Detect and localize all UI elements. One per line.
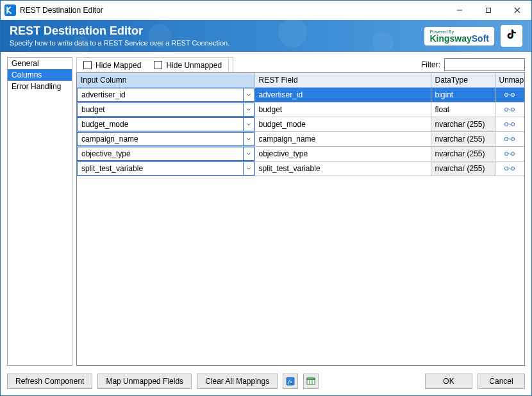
filter-group: Filter: bbox=[421, 58, 525, 71]
rest-field-value: budget_mode bbox=[255, 119, 431, 130]
table-row[interactable]: budget_modebudget_modenvarchar (255) bbox=[77, 117, 524, 131]
input-column-combobox[interactable]: objective_type bbox=[77, 147, 254, 161]
maximize-icon bbox=[485, 7, 492, 13]
kingswaysoft-badge: Powered By KingswaySoft bbox=[424, 27, 494, 45]
input-column-combobox[interactable]: split_test_variable bbox=[77, 161, 254, 176]
datatype-value: bigint bbox=[431, 89, 495, 101]
combo-dropdown-button[interactable] bbox=[243, 161, 254, 176]
unmap-icon bbox=[503, 120, 516, 128]
grid-empty-area bbox=[77, 176, 524, 366]
input-column-combobox[interactable]: campaign_name bbox=[77, 132, 254, 146]
svg-point-8 bbox=[505, 138, 508, 141]
input-column-value: budget_mode bbox=[77, 117, 243, 131]
svg-rect-19 bbox=[307, 378, 315, 380]
window-frame: REST Destination Editor REST Destination… bbox=[0, 0, 532, 396]
expression-button[interactable]: fx bbox=[283, 374, 298, 389]
datatype-value: nvarchar (255) bbox=[431, 163, 495, 174]
datatype-value: nvarchar (255) bbox=[431, 119, 495, 130]
unmap-icon bbox=[503, 165, 516, 172]
refresh-component-button[interactable]: Refresh Component bbox=[7, 374, 92, 389]
unmap-button[interactable] bbox=[495, 87, 524, 102]
sidebar-item-columns[interactable]: Columns bbox=[8, 69, 72, 81]
hide-unmapped-checkbox[interactable]: Hide Unmapped bbox=[147, 58, 228, 72]
chevron-down-icon bbox=[246, 136, 251, 142]
svg-point-10 bbox=[505, 153, 508, 156]
close-icon bbox=[514, 7, 520, 13]
combo-dropdown-button[interactable] bbox=[243, 88, 254, 102]
table-row[interactable]: advertiser_idadvertiser_idbigint bbox=[77, 87, 524, 102]
window-controls bbox=[445, 1, 531, 20]
titlebar: REST Destination Editor bbox=[1, 1, 531, 20]
tiktok-icon bbox=[504, 29, 519, 43]
chevron-down-icon bbox=[246, 151, 251, 156]
combo-dropdown-button[interactable] bbox=[243, 117, 254, 131]
fx-icon: fx bbox=[286, 377, 295, 386]
sidebar-item-general[interactable]: General bbox=[8, 58, 72, 69]
checkbox-icon bbox=[154, 61, 162, 69]
sidebar: General Columns Error Handling bbox=[7, 57, 72, 366]
input-column-value: campaign_name bbox=[77, 132, 243, 146]
table-row[interactable]: campaign_namecampaign_namenvarchar (255) bbox=[77, 131, 524, 146]
unmap-button[interactable] bbox=[495, 146, 524, 161]
close-button[interactable] bbox=[503, 1, 531, 20]
window-title: REST Destination Editor bbox=[20, 6, 103, 15]
hide-mapped-label: Hide Mapped bbox=[96, 61, 141, 70]
content-row: General Columns Error Handling Hide Mapp… bbox=[7, 57, 525, 366]
column-picker-button[interactable] bbox=[303, 374, 319, 389]
rest-field-value: split_test_variable bbox=[255, 163, 431, 174]
table-row[interactable]: budgetbudgetfloat bbox=[77, 102, 524, 117]
filter-input[interactable] bbox=[444, 58, 525, 71]
minimize-button[interactable] bbox=[445, 1, 474, 20]
sidebar-item-error-handling[interactable]: Error Handling bbox=[8, 81, 72, 92]
filter-label: Filter: bbox=[421, 60, 440, 69]
main-pane: Hide Mapped Hide Unmapped Filter: bbox=[76, 57, 525, 366]
unmap-icon bbox=[503, 91, 516, 99]
map-unmapped-fields-button[interactable]: Map Unmapped Fields bbox=[97, 374, 192, 389]
datatype-value: nvarchar (255) bbox=[431, 148, 495, 160]
hide-mapped-checkbox[interactable]: Hide Mapped bbox=[77, 58, 147, 72]
footer-row: Refresh Component Map Unmapped Fields Cl… bbox=[7, 371, 525, 389]
combo-dropdown-button[interactable] bbox=[243, 132, 254, 146]
input-column-combobox[interactable]: budget bbox=[77, 103, 254, 117]
unmap-button[interactable] bbox=[495, 117, 524, 131]
mapping-toolbar: Hide Mapped Hide Unmapped Filter: bbox=[76, 57, 525, 72]
brand-name: KingswaySoft bbox=[429, 34, 489, 43]
datatype-value: float bbox=[431, 104, 495, 115]
col-header-rest[interactable]: REST Field bbox=[254, 73, 431, 87]
maximize-button[interactable] bbox=[474, 1, 503, 20]
hide-unmapped-label: Hide Unmapped bbox=[166, 61, 222, 70]
minimize-icon bbox=[456, 7, 463, 13]
col-header-input[interactable]: Input Column bbox=[77, 73, 254, 87]
cancel-button[interactable]: Cancel bbox=[478, 374, 525, 389]
col-header-datatype[interactable]: DataType bbox=[431, 73, 495, 87]
svg-point-3 bbox=[511, 94, 515, 97]
unmap-button[interactable] bbox=[495, 102, 524, 117]
unmap-button[interactable] bbox=[495, 161, 524, 176]
unmap-button[interactable] bbox=[495, 131, 524, 146]
svg-point-13 bbox=[511, 167, 515, 170]
table-row[interactable]: objective_typeobjective_typenvarchar (25… bbox=[77, 146, 524, 161]
col-header-unmap[interactable]: Unmap bbox=[495, 73, 524, 87]
svg-point-2 bbox=[505, 94, 508, 97]
datatype-value: nvarchar (255) bbox=[431, 133, 495, 145]
svg-point-4 bbox=[505, 108, 508, 111]
body-area: General Columns Error Handling Hide Mapp… bbox=[1, 52, 531, 395]
svg-point-11 bbox=[511, 153, 515, 156]
input-column-value: split_test_variable bbox=[77, 161, 243, 176]
input-column-value: objective_type bbox=[77, 147, 243, 161]
unmap-icon bbox=[503, 106, 516, 113]
table-row[interactable]: split_test_variablesplit_test_variablenv… bbox=[77, 161, 524, 176]
combo-dropdown-button[interactable] bbox=[243, 147, 254, 161]
clear-all-mappings-button[interactable]: Clear All Mappings bbox=[197, 374, 278, 389]
combo-dropdown-button[interactable] bbox=[243, 103, 254, 117]
input-column-combobox[interactable]: advertiser_id bbox=[77, 88, 254, 102]
svg-text:fx: fx bbox=[288, 378, 293, 384]
chevron-down-icon bbox=[246, 122, 251, 127]
ok-button[interactable]: OK bbox=[425, 374, 472, 389]
columns-icon bbox=[306, 377, 315, 386]
chevron-down-icon bbox=[246, 107, 251, 112]
header-subtitle: Specify how to write data to a REST Serv… bbox=[10, 39, 229, 47]
svg-point-5 bbox=[511, 108, 515, 111]
input-column-combobox[interactable]: budget_mode bbox=[77, 117, 254, 131]
svg-point-6 bbox=[505, 123, 508, 126]
